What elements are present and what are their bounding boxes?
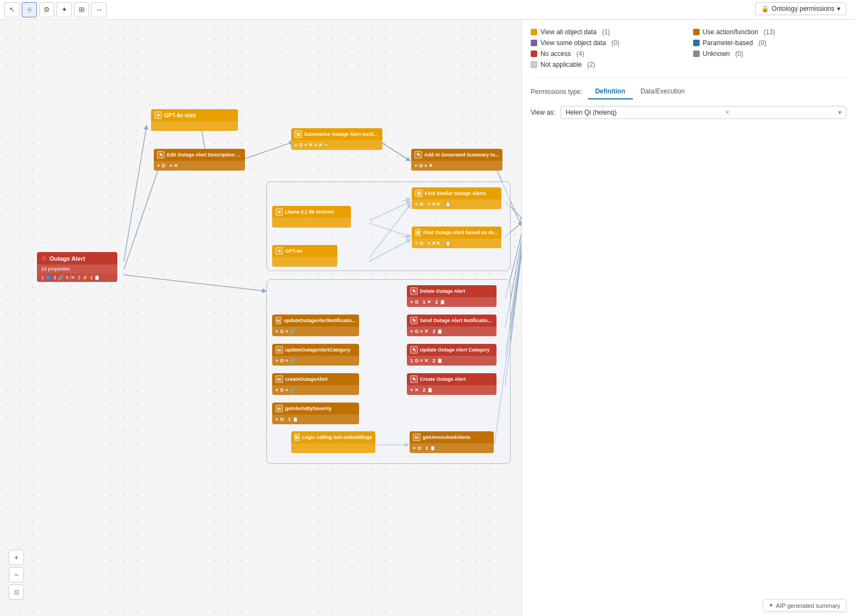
- update-notif-fn-body: × ⊙ × 🔗: [272, 326, 359, 336]
- summarize-icon: ⊞: [294, 130, 302, 138]
- create-alert-body: × ✕ 2 📋: [407, 385, 496, 395]
- add-icon: ✎: [414, 151, 422, 159]
- get-alerts-severity-node[interactable]: fx getAlertsBySeverity × ⊙ 1 📋: [272, 403, 359, 424]
- grid-tool-btn[interactable]: ⊞: [74, 2, 89, 17]
- legend-dot-no-access: [531, 51, 537, 57]
- zoom-fit-btn[interactable]: ⊡: [9, 584, 24, 600]
- legend-dot-unknown: [693, 51, 700, 57]
- find-based-on-node[interactable]: ⊞ Find Outage Alert based on de... × ⊙ ×…: [412, 227, 501, 248]
- send-notif-body: × ⊙ × ✕ 2 📋: [407, 326, 496, 336]
- summarize-header: ⊞ Summarize Outage Alert Incid...: [291, 128, 382, 140]
- summarize-node[interactable]: ⊞ Summarize Outage Alert Incid... × ⊙ × …: [291, 128, 382, 150]
- search2-icon: ⊞: [415, 229, 421, 236]
- permissions-btn-label: Ontology permissions: [772, 5, 834, 12]
- outage-alert-props: 16 properties: [37, 265, 117, 273]
- legend: View all object data (1) Use action/func…: [531, 28, 846, 68]
- view-as-chevron-icon[interactable]: ▾: [838, 109, 841, 116]
- view-as-value: Helen Qi (helenq): [565, 109, 617, 116]
- aip-generated-summary-badge[interactable]: ✦ AIP generated summary: [763, 599, 846, 612]
- update-notif-fn-node[interactable]: fx updateOutageAlertNotificatio... × ⊙ ×…: [272, 315, 359, 336]
- search-icon: ⊞: [415, 190, 423, 197]
- add-ai-summary-node[interactable]: ✎ Add AI Generated Summary to... × ⊙ × ✕: [411, 149, 502, 171]
- canvas: ⚠ Outage Alert 16 properties 1 🔷 3 🔗 5 /…: [0, 20, 521, 616]
- gpt4o-mini-header: ✦ GPT-4o mini: [151, 109, 238, 121]
- get-unresolved-node[interactable]: fx getUnresolvedAlerts × ⊙ 2 📋: [410, 431, 494, 453]
- get-unresolved-header: fx getUnresolvedAlerts: [410, 431, 494, 443]
- tab-data-execution[interactable]: Data/Execution: [633, 84, 692, 99]
- find-similar-node[interactable]: ⊞ Find Similar Outage Alerts × ⊙ × ✕✕ 📋: [412, 187, 501, 209]
- llama-body: [272, 218, 351, 228]
- toolbar: ↖ ⊹ ⚙ ✦ ⊞ ↔ 🔒 Ontology permissions ▾: [0, 0, 855, 20]
- gpt4o-header: ✦ GPT-4o: [272, 245, 337, 257]
- logic-icon: ⊞: [294, 433, 300, 441]
- llm-container: ⊞ Find Similar Outage Alerts × ⊙ × ✕✕ 📋 …: [266, 181, 511, 271]
- legend-dot-use-action: [693, 29, 700, 35]
- fn-icon: fx: [275, 317, 281, 324]
- get-alerts-severity-header: fx getAlertsBySeverity: [272, 403, 359, 414]
- fn2-icon: fx: [275, 346, 283, 354]
- llama-header: ✦ Llama 3.1 8b Instruct: [272, 206, 351, 218]
- delete-alert-header: ✎ Delete Outage Alert: [407, 285, 496, 297]
- legend-dot-view-some: [531, 40, 537, 46]
- right-panel: View all object data (1) Use action/func…: [521, 20, 855, 616]
- ontology-permissions-btn[interactable]: 🔒 Ontology permissions ▾: [755, 2, 846, 15]
- permissions-tabs: Definition Data/Execution: [588, 84, 693, 99]
- gpt4o-body: [272, 257, 337, 267]
- outage-alert-node[interactable]: ⚠ Outage Alert 16 properties 1 🔷 3 🔗 5 /…: [37, 252, 117, 282]
- tab-definition[interactable]: Definition: [588, 84, 633, 99]
- legend-item-not-applicable: Not applicable (2): [531, 61, 684, 68]
- aip-badge-label: AIP generated summary: [776, 602, 840, 609]
- find-similar-body: × ⊙ × ✕✕ 📋: [412, 199, 501, 209]
- gpt4o-mini-body: [151, 121, 238, 131]
- select-tool-btn[interactable]: ⊹: [22, 2, 37, 17]
- settings-tool-btn[interactable]: ⚙: [39, 2, 54, 17]
- llama-node[interactable]: ✦ Llama 3.1 8b Instruct: [272, 206, 351, 228]
- update-category-header: ✎ Update Outage Alert Category: [407, 344, 496, 356]
- cursor-tool-btn[interactable]: ↖: [4, 2, 20, 17]
- delete-icon: ✎: [410, 287, 418, 295]
- update-notif-fn-header: fx updateOutageAlertNotificatio...: [272, 315, 359, 326]
- summarize-body: × ⊙ × ✕ × ✕ ···: [291, 140, 382, 150]
- legend-item-use-action: Use action/function (13): [693, 28, 847, 36]
- get-unresolved-body: × ⊙ 2 📋: [410, 443, 494, 453]
- update-icon: ✎: [410, 346, 418, 354]
- create-fn-header: fx createOutageAlert: [272, 373, 359, 385]
- legend-item-unknown: Unknown (0): [693, 50, 847, 58]
- create-fn-node[interactable]: fx createOutageAlert × ⊙ × 🔗: [272, 373, 359, 395]
- logic-embeddings-node[interactable]: ⊞ Logic calling text embeddings: [291, 431, 375, 453]
- zoom-out-btn[interactable]: −: [9, 567, 24, 582]
- view-as-select[interactable]: Helen Qi (helenq) × ▾: [561, 106, 846, 119]
- view-as-label: View as:: [531, 109, 555, 116]
- delete-alert-node[interactable]: ✎ Delete Outage Alert × ⊙ 1 ✕ 2 📋: [407, 285, 496, 307]
- gpt4o-mini-node[interactable]: ✦ GPT-4o mini: [151, 109, 238, 131]
- update-cat-fn-body: × ⊙ × 🔗: [272, 356, 359, 366]
- zoom-controls: + − ⊡: [9, 550, 24, 600]
- star-tool-btn[interactable]: ✦: [56, 2, 72, 17]
- edit-outage-header: ✎ Edit Outage Alert Description ...: [154, 149, 245, 161]
- llama-icon: ✦: [275, 208, 283, 216]
- gpt4o-icon: ✦: [275, 247, 283, 255]
- add-ai-summary-body: × ⊙ × ✕: [411, 161, 502, 171]
- legend-dot-parameter: [693, 40, 700, 46]
- gpt4o-node[interactable]: ✦ GPT-4o: [272, 245, 337, 267]
- view-as-clear-icon[interactable]: ×: [726, 109, 730, 116]
- find-based-on-header: ⊞ Find Outage Alert based on de...: [412, 227, 501, 238]
- warning-icon: ⚠: [41, 255, 47, 262]
- delete-alert-body: × ⊙ 1 ✕ 2 📋: [407, 297, 496, 307]
- edit-outage-body: × ⊙ × ✕: [154, 161, 245, 171]
- zoom-in-btn[interactable]: +: [9, 550, 24, 565]
- fn5-icon: fx: [413, 433, 420, 441]
- update-cat-fn-node[interactable]: fx updateOutageAlertCategory × ⊙ × 🔗: [272, 344, 359, 366]
- legend-item-view-all: View all object data (1): [531, 28, 684, 36]
- update-category-node[interactable]: ✎ Update Outage Alert Category 1 ⊙ × ✕ 2…: [407, 344, 496, 366]
- edit-outage-node[interactable]: ✎ Edit Outage Alert Description ... × ⊙ …: [154, 149, 245, 171]
- create-alert-node[interactable]: ✎ Create Outage Alert × ✕ 2 📋: [407, 373, 496, 395]
- aip-icon: ✦: [769, 602, 774, 609]
- find-based-on-body: × ⊙ × ✕✕ 📋: [412, 238, 501, 248]
- ai-icon: ✦: [154, 111, 162, 119]
- update-category-body: 1 ⊙ × ✕ 2 📋: [407, 356, 496, 366]
- send-notif-node[interactable]: ✎ Send Outage Alert Notificatio... × ⊙ ×…: [407, 315, 496, 336]
- legend-item-parameter: Parameter-based (0): [693, 39, 847, 47]
- find-similar-header: ⊞ Find Similar Outage Alerts: [412, 187, 501, 199]
- arrows-tool-btn[interactable]: ↔: [91, 2, 106, 17]
